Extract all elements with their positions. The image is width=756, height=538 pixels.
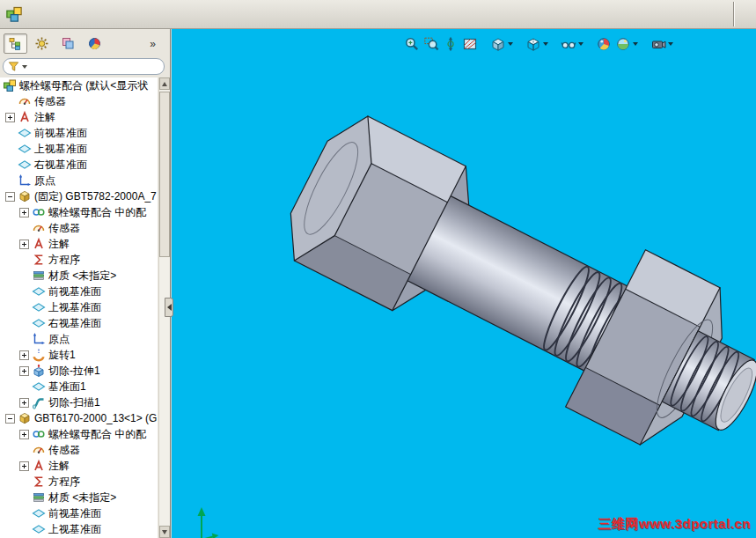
expand-icon[interactable] (19, 240, 29, 249)
tree-item-label: 前视基准面 (48, 506, 101, 521)
tree-item-label: 上视基准面 (48, 522, 101, 537)
displaymanager-tab[interactable] (83, 33, 106, 54)
origin-icon (18, 173, 32, 188)
tree-item[interactable]: 螺栓螺母配合 中的配 (0, 426, 158, 442)
zoom-in-out-icon[interactable] (443, 36, 459, 52)
expand-icon[interactable] (19, 430, 29, 439)
tree-item[interactable]: 上视基准面 (0, 141, 158, 157)
tree-item[interactable]: GBT6170-2000_13<1> (GE (0, 410, 158, 426)
tree-item-label: 螺栓螺母配合 (默认<显示状 (19, 78, 148, 93)
filter-caret-icon[interactable] (22, 65, 27, 69)
plane-icon (32, 316, 46, 330)
tree-item[interactable]: 旋转1 (0, 347, 158, 363)
tree-item[interactable]: 原点 (0, 173, 158, 188)
annotations-icon (32, 237, 46, 251)
tree-item-label: 原点 (34, 173, 55, 188)
bolt-nut-model[interactable] (172, 29, 756, 538)
tree-item[interactable]: 螺栓螺母配合 中的配 (0, 204, 158, 220)
tree-item[interactable]: 右视基准面 (0, 315, 158, 331)
expand-icon[interactable] (19, 461, 29, 471)
tree-item[interactable]: 前视基准面 (0, 505, 158, 521)
dropdown-caret-icon[interactable] (543, 42, 548, 46)
viewport[interactable]: 三维网www.3dportal.cn (172, 29, 756, 538)
tree-item[interactable]: 传感器 (0, 220, 158, 236)
tree-item[interactable]: 材质 <未指定> (0, 490, 158, 505)
tree-item-label: 传感器 (34, 94, 66, 109)
edit-appearance-icon[interactable] (596, 36, 612, 52)
display-style-icon[interactable] (525, 36, 548, 52)
assembly-document-icon (5, 5, 23, 23)
expand-icon[interactable] (19, 398, 29, 408)
material-icon (32, 490, 46, 505)
configurationmanager-tab[interactable] (56, 33, 80, 54)
camera-view-icon[interactable] (650, 36, 673, 52)
tree-item[interactable]: 方程序 (0, 252, 158, 268)
tree-item[interactable]: 右视基准面 (0, 157, 158, 173)
tree-item-label: 方程序 (48, 475, 80, 490)
tree-item[interactable]: 材质 <未指定> (0, 268, 158, 284)
dropdown-caret-icon[interactable] (578, 42, 584, 46)
expand-icon[interactable] (19, 350, 29, 360)
tree-item[interactable]: 切除-扫描1 (0, 394, 158, 410)
plane-icon (18, 158, 32, 172)
tree-item[interactable]: 螺栓螺母配合 (默认<显示状 (0, 77, 158, 93)
revolve-icon (32, 348, 46, 362)
zoom-to-area-icon[interactable] (423, 36, 439, 52)
tree-item[interactable]: (固定) GBT5782-2000A_7 (0, 188, 158, 204)
tree-item-label: 方程序 (48, 253, 80, 268)
tree-item[interactable]: 基准面1 (0, 379, 158, 394)
propertymanager-tab[interactable] (30, 33, 54, 54)
view-toolbar (404, 35, 677, 53)
tab-overflow-chevron[interactable]: » (150, 38, 166, 50)
plane-icon (32, 300, 46, 314)
scroll-down-arrow-icon (162, 530, 167, 534)
part-icon (18, 411, 32, 425)
tree-item-label: 材质 <未指定> (48, 490, 116, 505)
tree-filter-input[interactable] (3, 58, 165, 75)
tree-item[interactable]: 上视基准面 (0, 299, 158, 315)
dropdown-caret-icon[interactable] (508, 42, 513, 46)
tree-item[interactable]: 前视基准面 (0, 125, 158, 141)
equations-icon (32, 253, 46, 267)
tree-item[interactable]: 注解 (0, 458, 158, 474)
tree-item[interactable]: 注解 (0, 236, 158, 252)
tree-item-label: 材质 <未指定> (48, 269, 116, 284)
tree-item[interactable]: 前视基准面 (0, 284, 158, 299)
tree-item[interactable]: 切除-拉伸1 (0, 363, 158, 379)
tree-item[interactable]: 方程序 (0, 474, 158, 490)
tree-item[interactable]: 上视基准面 (0, 521, 158, 537)
tree-item-label: 基准面1 (48, 380, 86, 394)
filter-funnel-icon (8, 61, 19, 72)
sensors-icon (18, 94, 32, 108)
tree-item[interactable]: 原点 (0, 331, 158, 347)
expand-icon[interactable] (19, 366, 29, 376)
collapse-icon[interactable] (5, 192, 15, 202)
apply-scene-icon[interactable] (615, 36, 638, 52)
material-icon (32, 269, 46, 283)
view-orientation-icon[interactable] (490, 36, 513, 52)
feature-tree: 螺栓螺母配合 (默认<显示状传感器注解前视基准面上视基准面右视基准面原点(固定)… (0, 77, 158, 538)
tree-item-label: (固定) GBT5782-2000A_7 (34, 189, 157, 204)
dropdown-caret-icon[interactable] (633, 42, 638, 46)
tree-item-label: GBT6170-2000_13<1> (GE (34, 412, 158, 424)
expand-icon[interactable] (5, 113, 15, 122)
plane-icon (32, 284, 46, 298)
dropdown-caret-icon[interactable] (668, 42, 673, 46)
zoom-to-fit-icon[interactable] (404, 36, 420, 52)
tree-item[interactable]: 传感器 (0, 442, 158, 458)
tree-item[interactable]: 传感器 (0, 93, 158, 109)
scroll-down-button[interactable] (159, 526, 170, 538)
scrollbar-thumb[interactable] (159, 92, 170, 257)
hide-show-items-icon[interactable] (561, 36, 584, 52)
tree-item[interactable]: 注解 (0, 109, 158, 125)
scroll-up-button[interactable] (159, 77, 170, 90)
panel-collapse-handle[interactable] (165, 298, 173, 317)
featuremanager-tab[interactable] (4, 33, 27, 54)
tree-item-label: 上视基准面 (34, 142, 87, 157)
part-icon (18, 189, 32, 203)
cut-extrude-icon (32, 364, 46, 378)
section-view-icon[interactable] (462, 36, 478, 52)
expand-icon[interactable] (19, 208, 29, 217)
collapse-icon[interactable] (5, 414, 15, 424)
tree-item-label: 上视基准面 (48, 300, 101, 315)
